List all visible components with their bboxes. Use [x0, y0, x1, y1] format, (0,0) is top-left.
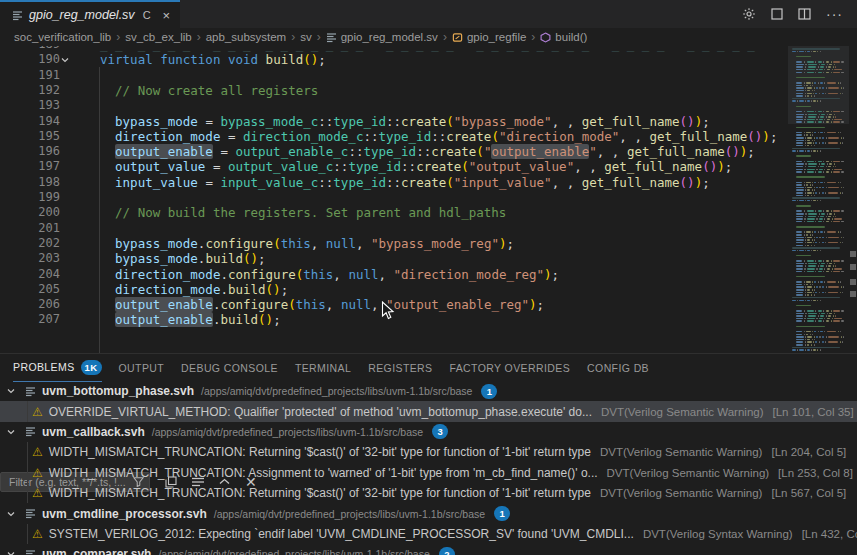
panel-tab-label: FACTORY OVERRIDES: [449, 362, 570, 374]
breadcrumb-item-build[interactable]: build(): [540, 31, 587, 43]
minimap-line: [807, 300, 809, 302]
minimap-line: [812, 334, 813, 336]
minimap-line: [840, 341, 841, 343]
code-text: // Now build the registers. Set parent a…: [100, 205, 506, 220]
problem-file-row-uvm-bottomup-phase-svh[interactable]: uvm_bottomup_phase.svh/apps/amiq/dvt/pre…: [0, 381, 857, 401]
code-line-195[interactable]: 195 direction_mode = direction_mode_c::t…: [0, 129, 790, 144]
minimap-line: [816, 119, 817, 121]
fold-chevron-icon[interactable]: [60, 55, 80, 65]
panel-tab-config-db[interactable]: CONFIG DB: [587, 354, 649, 381]
minimap-line: [841, 161, 843, 163]
code-line-196[interactable]: 196 output_enable = output_enable_c::typ…: [0, 144, 790, 159]
panel-tab-debug-console[interactable]: DEBUG CONSOLE: [181, 354, 278, 381]
code-line-202[interactable]: 202 bypass_mode.configure(this, null, "b…: [0, 236, 790, 251]
breadcrumb-item-soc-verification-lib[interactable]: soc_verification_lib: [14, 31, 111, 43]
panel-tab-registers[interactable]: REGISTERS: [368, 354, 432, 381]
line-number: 198: [0, 175, 60, 190]
problem-source: DVT(Verilog Syntax Warning): [643, 528, 793, 540]
breadcrumb-item-gpio-reg-model-sv[interactable]: gpio_reg_model.sv: [326, 31, 438, 43]
minimap-line: [832, 318, 833, 320]
close-icon[interactable]: ×: [163, 8, 171, 23]
code-line-203[interactable]: 203 bypass_mode.build();: [0, 251, 790, 266]
code-line-198[interactable]: 198 input_value = input_value_c::type_id…: [0, 175, 790, 190]
minimap-line: [807, 242, 812, 244]
minimap-line: [812, 339, 813, 341]
code-line-192[interactable]: 192 // Now create all registers: [0, 83, 790, 98]
more-actions-icon[interactable]: ···: [826, 9, 843, 19]
tab-gpio-reg-model-sv[interactable]: gpio_reg_model.sv C ×: [0, 0, 180, 28]
minimap-line: [818, 121, 822, 123]
code-line-206[interactable]: 206 output_enable.configure(this, null, …: [0, 297, 790, 312]
minimap-line: [811, 294, 812, 296]
minimap-line: [828, 187, 839, 189]
layout-icon[interactable]: [771, 8, 783, 20]
code-line-200[interactable]: 200 // Now build the registers. Set pare…: [0, 205, 790, 220]
panel-tab-factory-overrides[interactable]: FACTORY OVERRIDES: [449, 354, 570, 381]
breadcrumb-item-apb-subsystem[interactable]: apb_subsystem: [206, 31, 287, 43]
overview-ruler-marker: [850, 291, 856, 297]
code-line-205[interactable]: 205 direction_mode.build();: [0, 282, 790, 297]
chevron-down-icon: [0, 386, 22, 396]
line-number: 197: [0, 159, 60, 174]
split-editor-icon[interactable]: [798, 8, 811, 20]
problem-file-row-uvm-comparer-svh[interactable]: uvm_comparer.svh/apps/amiq/dvt/predefine…: [0, 544, 857, 555]
minimap-line: [815, 341, 817, 343]
settings-gear-icon[interactable]: [742, 7, 756, 21]
minimap-line: [811, 349, 812, 351]
breadcrumb-item-gpio-regfile[interactable]: gpio_regfile: [452, 31, 526, 43]
problem-warning-row[interactable]: ⚠OVERRIDE_VIRTUAL_METHOD: Qualifier 'pro…: [0, 401, 857, 421]
minimap-line: [826, 286, 827, 288]
problem-warning-row[interactable]: ⚠WIDTH_MISMATCH_TRUNCATION: Returning '$…: [0, 442, 857, 462]
problem-warning-row[interactable]: ⚠WIDTH_MISMATCH_TRUNCATION: Returning '$…: [0, 483, 857, 503]
minimap-line: [814, 132, 816, 134]
minimap-line: [805, 87, 806, 89]
minimap-line: [796, 318, 803, 320]
breadcrumb-item-sv-cb-ex-lib[interactable]: sv_cb_ex_lib: [125, 31, 191, 43]
problem-warning-row[interactable]: ⚠WIDTH_MISMATCH_TRUNCATION: Assignment t…: [0, 463, 857, 483]
minimap-line: [829, 163, 832, 165]
minimap-line: [818, 61, 822, 63]
minimap[interactable]: [788, 46, 849, 353]
code-line-190[interactable]: 190virtual function void build();: [0, 52, 790, 67]
minimap-line: [808, 313, 817, 315]
minimap-line: [841, 260, 843, 262]
warning-icon: ⚠: [32, 405, 43, 419]
code-line-204[interactable]: 204 direction_mode.configure(this, null,…: [0, 267, 790, 282]
tree-indent-guide: [27, 442, 28, 462]
overview-ruler-marker: [850, 279, 856, 285]
code-line-194[interactable]: 194 bypass_mode = bypass_mode_c::type_id…: [0, 114, 790, 129]
tab-compile-marker: C: [143, 9, 151, 21]
problem-file-row-uvm-cmdline-processor-svh[interactable]: uvm_cmdline_processor.svh/apps/amiq/dvt/…: [0, 503, 857, 523]
problem-file-row-uvm-callback-svh[interactable]: uvm_callback.svh/apps/amiq/dvt/predefine…: [0, 422, 857, 442]
problem-warning-row[interactable]: ⚠SYSTEM_VERILOG_2012: Expecting `endif l…: [0, 524, 857, 544]
minimap-line: [796, 276, 825, 278]
minimap-line: [822, 142, 824, 144]
code-line-193[interactable]: 193: [0, 98, 790, 113]
problem-file-path: /apps/amiq/dvt/predefined_projects/libs/…: [152, 426, 423, 438]
minimap-line: [796, 305, 811, 307]
panel-tab-problems[interactable]: PROBLEMS1K: [13, 354, 102, 382]
code-line-197[interactable]: 197 output_value = output_value_c::type_…: [0, 159, 790, 174]
minimap-line: [812, 234, 813, 236]
code-text: // Now create all registers: [100, 83, 318, 98]
panel-tab-terminal[interactable]: TERMINAL: [295, 354, 351, 381]
minimap-line: [828, 292, 838, 294]
code-editor[interactable]: 189_ _ _ _ _ _ _ _ _ _ _ _ _ _ _ _ _ _ _…: [0, 46, 857, 353]
code-line-191[interactable]: 191: [0, 68, 790, 83]
minimap-line: [820, 349, 821, 351]
panel-tab-output[interactable]: OUTPUT: [119, 354, 165, 381]
minimap-line: [796, 192, 803, 194]
code-line-207[interactable]: 207 output_enable.build();: [0, 312, 790, 327]
minimap-line: [814, 237, 815, 239]
minimap-line: [834, 263, 835, 265]
code-line-201[interactable]: 201: [0, 221, 790, 236]
breadcrumb-item-sv[interactable]: sv: [300, 31, 312, 43]
minimap-line: [827, 169, 830, 171]
minimap-line: [818, 72, 822, 74]
problem-location: [Ln 204, Col 5]: [771, 446, 846, 458]
minimap-line: [810, 234, 811, 236]
code-line-199[interactable]: 199: [0, 190, 790, 205]
minimap-line: [816, 137, 818, 139]
minimap-line: [796, 64, 804, 66]
minimap-line: [829, 213, 832, 215]
